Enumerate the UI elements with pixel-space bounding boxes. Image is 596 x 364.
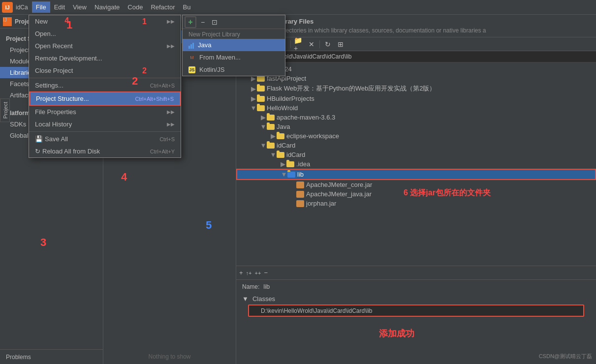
dialog-header: IJ Select Library Files Select files or …	[236, 15, 596, 37]
folder-icon-java	[267, 124, 275, 130]
empty-hint: Nothing to show	[103, 349, 236, 364]
annotation-label-4: 4	[121, 171, 127, 183]
sub-item-kotlin[interactable]: JS Kotlin/JS	[183, 63, 285, 76]
new-folder-icon[interactable]: 📁+	[294, 39, 304, 49]
tree-label-eclipse: eclipse-workspace	[286, 132, 339, 140]
menu-settings[interactable]: Settings... Ctrl+Alt+S	[29, 79, 181, 91]
menu-project-structure[interactable]: Project Structure... Ctrl+Alt+Shift+S	[29, 91, 181, 106]
lib-details-panel: + ↑+ ++ − Name: lib ▼ Classes D:\kevin\H…	[236, 266, 596, 364]
menu-local-history[interactable]: Local History ▶	[29, 118, 181, 130]
details-toolbar: + ↑+ ++ −	[236, 266, 596, 280]
tree-label-idea: .idea	[296, 160, 310, 168]
link-icon[interactable]: ⊞	[336, 39, 345, 49]
menu-save-all[interactable]: 💾 Save All Ctrl+S	[29, 133, 181, 145]
new-project-library-header: New Project Library	[183, 29, 285, 39]
menu-bu[interactable]: Bu	[179, 1, 195, 13]
tree-label-lib: lib	[297, 171, 304, 178]
tree-label-jmeter-core: ApacheJMeter_core.jar	[306, 181, 372, 188]
sep1	[29, 78, 181, 78]
idcard-label: idCa	[16, 4, 28, 11]
sub-toolbar: + − ⊡	[183, 15, 285, 29]
add-class-button[interactable]: +	[239, 269, 243, 276]
tree-item-flask[interactable]: ▶ Flask Web开发：基于Python的Web应用开发实战（第2版）	[236, 83, 596, 94]
js-icon: JS	[188, 66, 195, 73]
tree-item-hbuilder[interactable]: ▶ HBuilderProjects	[236, 94, 596, 103]
tree-item-hellowrold[interactable]: ▼ HelloWrold	[236, 103, 596, 113]
tree-item-java[interactable]: ▼ Java	[236, 122, 596, 131]
new-library-dropdown: + − ⊡ New Project Library Java M From Ma…	[182, 15, 285, 76]
sync-icon[interactable]: ↻	[323, 39, 333, 49]
name-label: Name:	[242, 283, 259, 290]
tree-item-idcard-inner[interactable]: ▼ idCard	[236, 150, 596, 159]
folder-icon-fastapi	[257, 76, 265, 82]
sub-remove-button[interactable]: −	[197, 17, 208, 28]
maven-icon: M	[188, 54, 195, 61]
delete-icon[interactable]: ✕	[307, 39, 316, 49]
add-plus-button[interactable]: ++	[255, 270, 261, 276]
menu-new[interactable]: New 1 ▶	[29, 15, 181, 28]
annotation-label-1: 1	[66, 19, 72, 31]
jar-icon-1	[296, 182, 304, 188]
sep2	[29, 131, 181, 132]
app-icon: IJ	[2, 2, 13, 13]
tree-label-maven: apache-maven-3.6.3	[277, 114, 335, 121]
classes-section: ▼ Classes D:\kevin\HelloWrold\Java\idCar…	[236, 293, 596, 321]
menu-view[interactable]: View	[69, 1, 91, 13]
tree-item-idcard-outer[interactable]: ▼ idCard	[236, 141, 596, 150]
tree-item-eclipse[interactable]: ▶ eclipse-workspace	[236, 131, 596, 141]
jar-icon-2	[296, 191, 304, 198]
tree-label-hbuilder: HBuilderProjects	[267, 95, 314, 102]
tree-item-jorphan[interactable]: jorphan.jar	[236, 199, 596, 208]
java-lib-icon	[188, 42, 194, 49]
folder-icon-hellowrold	[257, 105, 265, 111]
classes-header: ▼ Classes	[242, 295, 590, 303]
menu-code[interactable]: Code	[124, 1, 147, 13]
classes-entry: D:\kevin\HelloWrold\Java\idCard\idCard\l…	[248, 304, 584, 317]
menu-bar: IJ idCa File Edit View Navigate Code Ref…	[0, 0, 596, 15]
toolbar-sep2	[319, 40, 320, 48]
menu-file-properties[interactable]: File Properties ▶	[29, 106, 181, 118]
tree-item-fastapi[interactable]: ▶ fastApiProject	[236, 74, 596, 83]
menu-close-project[interactable]: Close Project 2	[29, 64, 181, 77]
menu-file[interactable]: File	[32, 1, 50, 13]
jar-icon-3	[296, 200, 304, 207]
sub-copy-button[interactable]: ⊡	[209, 17, 220, 28]
classes-path: D:\kevin\HelloWrold\Java\idCard\idCard\l…	[261, 307, 373, 314]
sub-add-button[interactable]: +	[185, 16, 196, 28]
name-value: lib	[263, 283, 270, 290]
problems-label[interactable]: Problems	[6, 354, 31, 361]
menu-refactor[interactable]: Refactor	[147, 1, 179, 13]
menu-navigate[interactable]: Navigate	[91, 1, 124, 13]
dialog-toolbar: ⌂ ▣ ↗ ↑ 📁+ ✕ ↻ ⊞	[236, 37, 596, 51]
tree-item-lib[interactable]: ▼ lib	[236, 169, 596, 180]
tree-label-idcard-outer: idCard	[277, 142, 295, 149]
annotation-label-5: 5	[206, 219, 212, 232]
expand-arrow: ▼	[242, 295, 249, 303]
classes-label: Classes	[252, 295, 275, 303]
panel-icon: IJ	[3, 17, 12, 26]
annotation-6-label: 6 选择jar包所在的文件夹	[404, 188, 491, 198]
menu-open-recent[interactable]: Open Recent ▶	[29, 40, 181, 52]
remove-class-button[interactable]: −	[264, 269, 268, 276]
tree-item-2020524[interactable]: ▶ 2020524	[236, 64, 596, 74]
tree-item-maven[interactable]: ▶ apache-maven-3.6.3	[236, 113, 596, 122]
sub-item-maven[interactable]: M From Maven...	[183, 51, 285, 63]
tree-label-hellowrold: HelloWrold	[267, 104, 298, 112]
menu-reload[interactable]: ↻ Reload All from Disk Ctrl+Alt+Y	[29, 145, 181, 157]
menu-edit[interactable]: Edit	[50, 1, 69, 13]
annotation-2: 2	[142, 66, 147, 75]
annotation-label-2: 2	[132, 75, 138, 88]
menu-remote-dev[interactable]: Remote Development...	[29, 52, 181, 64]
folder-icon-idcard-outer	[267, 143, 275, 149]
tree-label-jorphan: jorphan.jar	[306, 200, 336, 207]
save-icon: 💾	[35, 135, 43, 143]
tree-item-idea[interactable]: ▶ .idea	[236, 159, 596, 169]
menu-open[interactable]: Open...	[29, 28, 181, 40]
path-bar: D:\kevin\HelloWrold\Java\idCard\idCard\l…	[236, 51, 596, 62]
add-up-button[interactable]: ↑+	[246, 270, 252, 276]
lib-name-row: Name: lib	[236, 280, 596, 293]
annotation-label-3: 3	[40, 236, 46, 249]
project-sidebar-tab[interactable]: Project	[0, 98, 10, 122]
sub-item-java[interactable]: Java	[183, 39, 285, 51]
credit-watermark: CSDN@测试晴云丁磊	[539, 353, 592, 360]
